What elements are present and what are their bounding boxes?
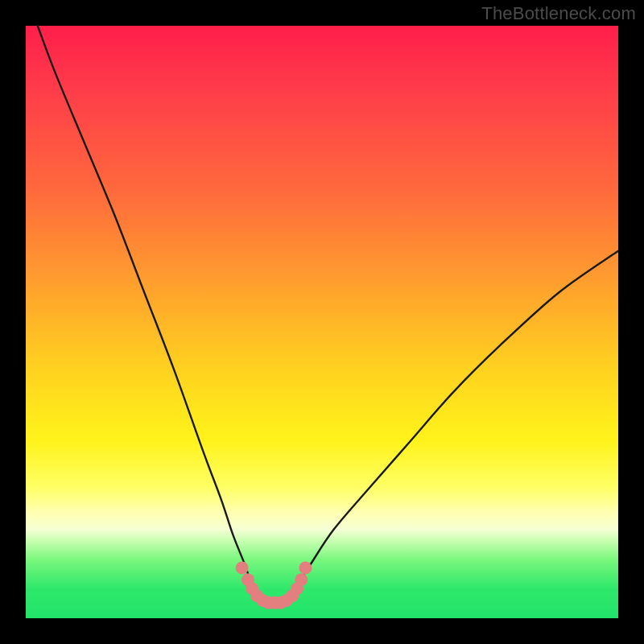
chart-svg [26, 26, 618, 618]
chart-frame: TheBottleneck.com [0, 0, 644, 644]
watermark-text: TheBottleneck.com [481, 3, 636, 24]
plot-area [26, 26, 618, 618]
bottleneck-marker [295, 573, 308, 586]
bottleneck-marker [299, 561, 312, 574]
bottleneck-marker [236, 561, 249, 574]
bottleneck-markers-group [236, 561, 312, 609]
bottleneck-curve-line [38, 26, 618, 604]
